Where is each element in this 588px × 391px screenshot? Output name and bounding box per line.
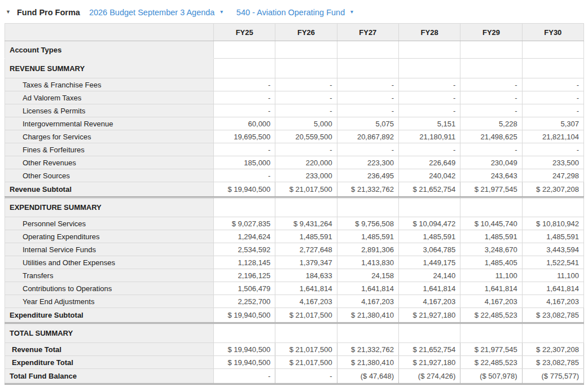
cell-value: 4,167,203 [337, 295, 398, 308]
cell-value: 3,443,594 [522, 243, 583, 256]
cell-value: 1,641,814 [398, 282, 460, 295]
cell-value: $ 10,445,740 [460, 217, 522, 230]
table-row: Internal Service Funds2,534,5922,727,648… [5, 243, 584, 256]
cell-value [214, 59, 275, 78]
cell-value: $ 21,977,545 [460, 182, 522, 197]
cell-value: 5,307 [522, 117, 583, 130]
cell-value: 2,891,306 [337, 243, 398, 256]
cell-value: $ 22,485,523 [460, 356, 522, 369]
cell-value: 1,379,347 [275, 256, 337, 269]
cell-value: 1,522,541 [522, 256, 583, 269]
row-label: Fines & Forfeitures [5, 143, 214, 156]
collapse-section-icon[interactable]: ▼ [6, 10, 11, 15]
cell-value: 226,649 [398, 156, 460, 169]
cell-value [275, 59, 337, 78]
table-row: Operating Expenditures1,294,6241,485,591… [5, 230, 584, 243]
table-row: Total Fund Balance--($ 47,648)($ 274,426… [5, 369, 584, 384]
cell-value: 1,485,405 [460, 256, 522, 269]
cell-value: $ 19,940,500 [214, 308, 275, 323]
row-label: Contributions to Operations [5, 282, 214, 295]
table-row: Licenses & Permits------ [5, 104, 584, 117]
column-header-fy25: FY25 [214, 24, 275, 41]
cell-value: $ 23,082,785 [522, 308, 583, 323]
cell-value [522, 323, 583, 343]
cell-value: 4,167,203 [522, 295, 583, 308]
table-row: Revenue Subtotal$ 19,940,500$ 21,017,500… [5, 182, 584, 197]
row-label: TOTAL SUMMARY [5, 323, 214, 343]
cell-value [214, 41, 275, 59]
cell-value: 4,167,203 [275, 295, 337, 308]
cell-value: $ 10,094,472 [398, 217, 460, 230]
cell-value: 21,821,104 [522, 130, 583, 143]
cell-value: $ 19,940,500 [214, 182, 275, 197]
cell-value [275, 41, 337, 59]
row-label: Other Sources [5, 169, 214, 182]
table-row: TOTAL SUMMARY [5, 323, 584, 343]
cell-value: 5,000 [275, 117, 337, 130]
cell-value [337, 59, 398, 78]
row-label: Revenue Total [5, 343, 214, 356]
cell-value: $ 19,940,500 [214, 356, 275, 369]
cell-value: - [275, 143, 337, 156]
cell-value: 24,140 [398, 269, 460, 282]
cell-value: ($ 47,648) [337, 369, 398, 384]
cell-value: - [522, 143, 583, 156]
cell-value: $ 21,380,410 [337, 308, 398, 323]
cell-value [460, 59, 522, 78]
column-header-fy26: FY26 [275, 24, 337, 41]
row-label: Expenditure Total [5, 356, 214, 369]
cell-value [398, 323, 460, 343]
cell-value: 1,641,814 [522, 282, 583, 295]
cell-value: - [275, 369, 337, 384]
cell-value: ($ 507,978) [460, 369, 522, 384]
cell-value: 1,485,591 [460, 230, 522, 243]
cell-value: 185,000 [214, 156, 275, 169]
table-row: Expenditure Total$ 19,940,500$ 21,017,50… [5, 356, 584, 369]
fund-selector-dropdown[interactable]: 540 - Aviation Operating Fund ▼ [236, 8, 354, 17]
chevron-down-icon: ▼ [349, 10, 354, 15]
budget-selector-label: 2026 Budget September 3 Agenda [89, 8, 215, 17]
table-row: Revenue Total$ 19,940,500$ 21,017,500$ 2… [5, 343, 584, 356]
cell-value: 233,500 [522, 156, 583, 169]
cell-value: $ 10,810,942 [522, 217, 583, 230]
cell-value: 3,064,785 [398, 243, 460, 256]
cell-value: 1,294,624 [214, 230, 275, 243]
cell-value: $ 9,027,835 [214, 217, 275, 230]
cell-value [337, 41, 398, 59]
row-label: Utilities and Other Expenses [5, 256, 214, 269]
cell-value: 1,641,814 [337, 282, 398, 295]
cell-value: $ 21,977,545 [460, 343, 522, 356]
cell-value: - [522, 104, 583, 117]
cell-value: - [337, 91, 398, 104]
table-row: Intergovernmental Revenue60,0005,0005,07… [5, 117, 584, 130]
cell-value: 243,643 [460, 169, 522, 182]
cell-value: 4,167,203 [460, 295, 522, 308]
cell-value: - [214, 143, 275, 156]
cell-value: - [337, 143, 398, 156]
cell-value: 230,049 [460, 156, 522, 169]
cell-value: $ 9,756,508 [337, 217, 398, 230]
cell-value: 2,252,700 [214, 295, 275, 308]
cell-value [214, 197, 275, 217]
cell-value: $ 22,485,523 [460, 308, 522, 323]
cell-value: $ 9,431,264 [275, 217, 337, 230]
row-label: Year End Adjustments [5, 295, 214, 308]
cell-value: $ 21,652,754 [398, 182, 460, 197]
cell-value: 1,128,145 [214, 256, 275, 269]
cell-value: 5,228 [460, 117, 522, 130]
cell-value: 24,158 [337, 269, 398, 282]
cell-value: $ 21,017,500 [275, 343, 337, 356]
cell-value [460, 323, 522, 343]
cell-value: - [214, 104, 275, 117]
cell-value: ($ 775,577) [522, 369, 583, 384]
table-row: Other Revenues185,000220,000223,300226,6… [5, 156, 584, 169]
pro-forma-table: FY25 FY26 FY27 FY28 FY29 FY30 Account Ty… [5, 23, 584, 385]
cell-value: - [398, 78, 460, 91]
cell-value: 1,449,175 [398, 256, 460, 269]
cell-value [337, 197, 398, 217]
cell-value: 21,180,911 [398, 130, 460, 143]
column-header-fy28: FY28 [398, 24, 460, 41]
cell-value: ($ 274,426) [398, 369, 460, 384]
budget-selector-dropdown[interactable]: 2026 Budget September 3 Agenda ▼ [89, 8, 224, 17]
cell-value [398, 59, 460, 78]
